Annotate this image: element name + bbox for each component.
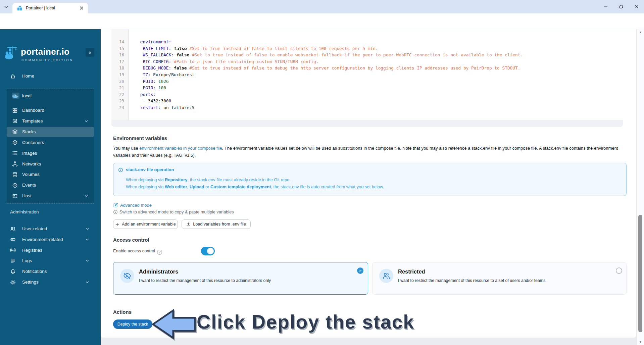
events-icon (12, 183, 18, 188)
unselected-radio[interactable] (616, 267, 622, 274)
selected-check-icon[interactable] (357, 267, 363, 274)
card-description: I want to restrict the management of thi… (139, 278, 271, 283)
sidebar-item-label: Containers (22, 138, 44, 148)
sidebar-item-home[interactable]: Home (0, 71, 101, 81)
sidebar-collapse-button[interactable]: « (86, 48, 94, 57)
code-line: restart: on-failure:5 (130, 104, 195, 111)
browser-tab-strip: Portainer | local (0, 0, 644, 13)
sidebar-item-label: Volumes (22, 169, 40, 180)
load-env-file-button[interactable]: Load variables from .env file (182, 219, 251, 229)
scrollbar-thumb[interactable] (638, 215, 642, 332)
sidebar-item-settings[interactable]: Settings (0, 277, 101, 287)
volumes-icon (12, 172, 18, 178)
images-icon (12, 150, 18, 156)
enable-access-control-row: Enable access control? (113, 247, 162, 255)
logo-subtitle: COMMUNITY EDITION (21, 58, 73, 62)
window-maximize-button[interactable] (616, 3, 626, 10)
code-line: PUID: 1026 (130, 78, 169, 85)
line-number: 21 (119, 85, 124, 91)
sidebar-item-containers[interactable]: Containers (7, 138, 94, 148)
code-line: ports: (130, 91, 156, 98)
annotation-caption: Click Deploy the stack (197, 311, 414, 333)
sidebar-item-dashboard[interactable]: Dashboard (7, 105, 94, 115)
compose-env-vars-link[interactable]: environment variables in your compose fi… (139, 146, 222, 151)
card-description: I want to restrict the management of thi… (398, 278, 545, 283)
access-control-toggle[interactable] (201, 247, 215, 255)
web-editor-footer (111, 120, 623, 127)
code-line: - 3432:3000 (130, 98, 171, 104)
advanced-mode-label: Advanced mode (120, 202, 152, 208)
chevron-down-icon (85, 280, 90, 285)
sidebar-item-label: Dashboard (22, 105, 44, 115)
dashboard-icon (12, 108, 18, 113)
sidebar-item-logs[interactable]: Logs (0, 256, 101, 266)
minimize-icon (603, 4, 608, 9)
sidebar-item-user-related[interactable]: User-related (0, 224, 101, 234)
code-line: PGID: 100 (130, 85, 166, 91)
sidebar-item-host[interactable]: Host (7, 191, 94, 201)
info-icon (113, 210, 118, 214)
card-title: Administrators (139, 268, 178, 275)
administration-section-label: Administration (10, 209, 39, 214)
access-control-heading: Access control (113, 237, 149, 243)
sidebar-item-notifications[interactable]: Notifications (0, 266, 101, 277)
sidebar-item-label: User-related (22, 224, 47, 234)
window-close-button[interactable] (632, 3, 642, 10)
pencil-icon (113, 203, 118, 208)
logo-title: portainer.io (21, 47, 69, 57)
close-environment-icon[interactable] (12, 93, 19, 99)
info-icon (118, 167, 123, 172)
stacks-icon (12, 129, 18, 135)
tab-close-icon[interactable] (79, 5, 84, 11)
chevron-down-icon (84, 119, 89, 124)
deploy-the-stack-button[interactable]: Deploy the stack (113, 319, 152, 329)
info-box-line: When deploying via Repository, the stack… (126, 177, 291, 182)
maximize-icon (619, 4, 624, 9)
code-line: DEBUG_MODE: false #Set to true instead o… (130, 65, 520, 71)
access-card-restricted[interactable]: Restricted I want to restrict the manage… (372, 262, 627, 295)
code-line: WS_FALLBACK: false #Set to true instead … (130, 52, 523, 58)
advanced-mode-hint-text: Switch to advanced mode to copy & paste … (119, 209, 234, 215)
plus-icon (115, 222, 119, 227)
page-scrollbar[interactable]: ▲ ▼ (636, 29, 644, 345)
add-env-var-label: Add an environment variable (122, 222, 176, 227)
templates-icon (12, 118, 18, 124)
add-environment-variable-button[interactable]: Add an environment variable (113, 219, 178, 229)
sidebar-item-events[interactable]: Events (7, 180, 94, 190)
sidebar-item-networks[interactable]: Networks (7, 159, 94, 169)
code-line: RATE_LIMIT: false #Set to true instead o… (130, 45, 378, 52)
environment-variables-intro: You may use environment variables in you… (113, 145, 627, 159)
environments-icon (10, 237, 16, 242)
sidebar-item-label: Logs (22, 256, 32, 266)
line-number: 16 (119, 52, 124, 58)
sidebar-item-stacks[interactable]: Stacks (7, 127, 94, 137)
sidebar-item-registries[interactable]: Registries (0, 245, 101, 255)
line-number: 23 (119, 98, 124, 104)
eye-off-icon (120, 269, 134, 283)
help-question-icon[interactable]: ? (157, 250, 162, 255)
window-minimize-button[interactable] (601, 3, 611, 10)
browser-tab[interactable]: Portainer | local (12, 3, 88, 13)
sidebar-item-label: Settings (22, 277, 39, 287)
scrollbar-up-arrow-icon[interactable]: ▲ (637, 31, 644, 34)
upload-icon (186, 222, 191, 227)
line-number: 17 (119, 58, 124, 65)
chevron-down-icon (85, 237, 90, 242)
sidebar-item-environment-related[interactable]: Environment-related (0, 235, 101, 245)
tab-search-chevron-icon[interactable] (3, 4, 9, 10)
users-icon (379, 269, 393, 283)
sidebar-item-volumes[interactable]: Volumes (7, 169, 94, 180)
access-card-administrators[interactable]: Administrators I want to restrict the ma… (113, 262, 368, 295)
sidebar-item-images[interactable]: Images (7, 148, 94, 158)
info-box-title: stack.env file operation (126, 167, 174, 172)
chevron-down-icon (85, 227, 90, 231)
toggle-knob (207, 248, 214, 254)
sidebar-item-templates[interactable]: Templates (7, 116, 94, 126)
registries-icon (10, 247, 16, 253)
sidebar: portainer.io COMMUNITY EDITION « Home lo… (0, 29, 101, 345)
sidebar-environment-local[interactable]: local (7, 91, 94, 101)
environment-variables-heading: Environment variables (113, 135, 167, 141)
gear-icon (10, 280, 16, 285)
home-icon (10, 73, 16, 79)
scrollbar-down-arrow-icon[interactable]: ▼ (637, 340, 644, 344)
